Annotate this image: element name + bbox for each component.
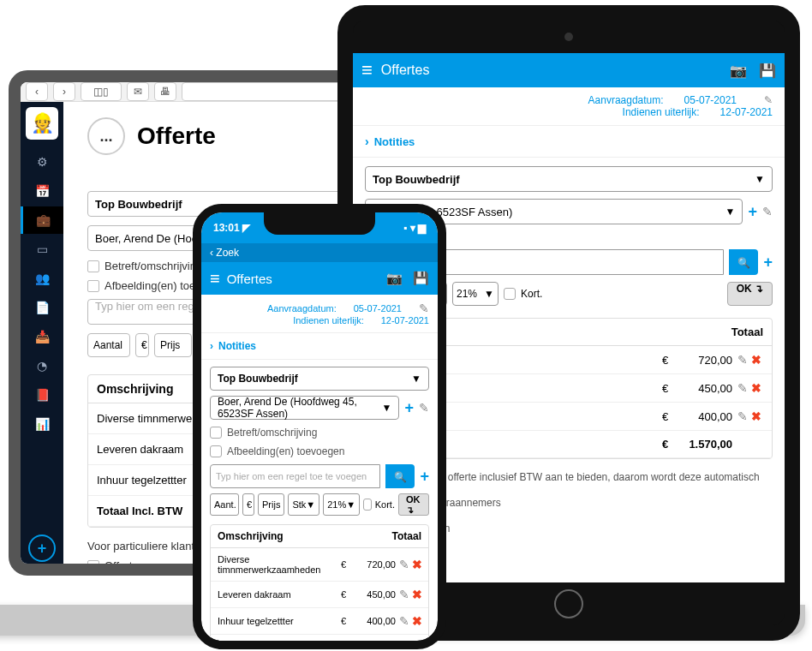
unit-select[interactable]: Stk▼ — [288, 493, 319, 516]
camera-icon[interactable]: 📷 — [730, 63, 747, 79]
table-row[interactable]: Leveren dakraam€450,00✎✖ — [211, 582, 428, 608]
print-icon[interactable]: 🖶 — [154, 82, 176, 101]
checkbox-icon[interactable] — [87, 260, 99, 272]
header-title: Offertes — [381, 63, 718, 78]
phone-device: 13:01 ◤ ▪ ▾ ▆ ‹ Zoek ≡ Offertes 📷 💾 Aanv… — [193, 204, 446, 649]
checkbox-icon[interactable] — [210, 445, 222, 457]
sidebar-nav: 👷 ⚙ 📅 💼 ▭ 👥 📄 📥 ◔ 📕 📊 + » — [21, 102, 63, 576]
more-menu-button[interactable]: ... — [87, 117, 125, 155]
search-button[interactable] — [385, 464, 415, 488]
phone-lines-table: OmschrijvingTotaal Diverse timnmerwerkza… — [210, 524, 429, 641]
add-button[interactable]: + — [28, 535, 56, 562]
discount-label: Kort. — [521, 288, 542, 300]
edit-row-icon[interactable]: ✎ — [737, 381, 748, 395]
delete-row-icon[interactable]: ✖ — [412, 558, 422, 571]
col-desc: Omschrijving — [218, 530, 284, 542]
vat-select[interactable]: 21%▼ — [452, 282, 499, 306]
checkbox-icon[interactable] — [87, 560, 99, 572]
table-row[interactable]: Diverse timnmerwerkzaamheden€720,00✎✖ — [211, 548, 428, 582]
add-line-icon[interactable]: + — [420, 468, 429, 486]
checkbox-icon[interactable] — [87, 280, 99, 292]
calendar-icon[interactable]: 📅 — [21, 177, 63, 205]
edit-row-icon[interactable]: ✎ — [399, 588, 409, 601]
customer-select[interactable]: Boer, Arend De (Hoofdweg 45, 6523SF Asse… — [210, 396, 399, 420]
dashboard-icon[interactable]: ⚙ — [21, 148, 63, 176]
delete-row-icon[interactable]: ✖ — [412, 588, 422, 601]
qty-input[interactable]: Aantal — [87, 333, 130, 357]
add-line-icon[interactable]: + — [763, 254, 773, 272]
collapse-sidebar-icon[interactable]: » — [39, 572, 45, 576]
edit-date-icon[interactable]: ✎ — [419, 302, 429, 315]
clock-icon[interactable]: ◔ — [21, 352, 63, 379]
app-logo[interactable]: 👷 — [26, 107, 58, 140]
save-icon[interactable]: 💾 — [413, 271, 429, 286]
checkbox-icon[interactable] — [210, 427, 222, 439]
phone-meta-dates: Aanvraagdatum:05-07-2021✎ Indienen uiter… — [201, 295, 438, 333]
line-input[interactable]: Typ hier om een regel toe te voegen — [210, 464, 380, 488]
table-total-row: Totaal Incl. BTW€1.570,00 — [211, 635, 428, 641]
inbox-icon[interactable]: 📥 — [21, 323, 63, 350]
add-customer-icon[interactable]: + — [748, 203, 757, 221]
currency-label: € — [242, 493, 254, 516]
qty-input[interactable]: Aant. — [210, 493, 239, 516]
status-time: 13:01 ◤ — [213, 222, 250, 234]
meta-dates: Aanvraagdatum:05-07-2021✎ Indienen uiter… — [353, 87, 785, 126]
nav-fwd-icon[interactable]: › — [53, 82, 75, 101]
company-select[interactable]: Top Bouwbedrijf▼ — [210, 367, 429, 391]
col-total: Totaal — [731, 326, 763, 338]
vat-select[interactable]: 21%▼ — [323, 493, 360, 516]
search-button[interactable] — [729, 249, 758, 275]
card-icon[interactable]: ▭ — [21, 236, 63, 263]
notities-section[interactable]: Notities — [353, 126, 785, 158]
phone-notch — [264, 212, 375, 235]
save-icon[interactable]: 💾 — [759, 63, 776, 79]
ok-button[interactable]: OK ↴ — [398, 493, 429, 516]
price-input[interactable]: Prijs — [154, 333, 192, 357]
header-title: Offertes — [227, 272, 376, 286]
col-total: Totaal — [392, 530, 421, 542]
tablet-camera — [564, 33, 573, 41]
delete-row-icon[interactable]: ✖ — [412, 614, 422, 628]
tablet-home-button[interactable] — [554, 589, 583, 618]
edit-row-icon[interactable]: ✎ — [737, 353, 748, 367]
stats-icon[interactable]: 📊 — [21, 410, 63, 438]
delete-row-icon[interactable]: ✖ — [751, 409, 761, 423]
table-row[interactable]: Inhuur tegelzettter€400,00✎✖ — [211, 608, 428, 635]
hamburger-icon[interactable]: ≡ — [361, 59, 373, 81]
company-select[interactable]: Top Bouwbedrijf▼ — [365, 166, 773, 192]
discount-checkbox[interactable] — [363, 499, 372, 511]
delete-row-icon[interactable]: ✖ — [751, 381, 761, 395]
edit-customer-icon[interactable]: ✎ — [762, 205, 773, 218]
edit-row-icon[interactable]: ✎ — [399, 558, 409, 571]
hamburger-icon[interactable]: ≡ — [210, 269, 220, 289]
discount-label: Kort. — [375, 499, 395, 510]
phone-nav-back[interactable]: ‹ Zoek — [201, 243, 438, 262]
add-customer-icon[interactable]: + — [404, 399, 414, 417]
page-title: Offerte — [137, 122, 216, 150]
delete-row-icon[interactable]: ✖ — [751, 353, 761, 367]
edit-row-icon[interactable]: ✎ — [399, 614, 409, 628]
edit-date-icon[interactable]: ✎ — [764, 94, 773, 106]
nav-back-icon[interactable]: ‹ — [26, 82, 48, 101]
currency-label: € — [135, 333, 149, 357]
subject-checkbox[interactable]: Betreft/omschrijving — [210, 427, 429, 439]
edit-customer-icon[interactable]: ✎ — [419, 401, 429, 415]
book-icon[interactable]: 📕 — [21, 381, 63, 409]
briefcase-icon[interactable]: 💼 — [21, 206, 63, 234]
discount-checkbox[interactable] — [504, 288, 516, 300]
tablet-app-header: ≡ Offertes 📷 💾 — [353, 53, 785, 87]
edit-row-icon[interactable]: ✎ — [737, 409, 748, 423]
tab-overview-icon[interactable]: ◫▯ — [81, 82, 122, 101]
mail-icon[interactable]: ✉ — [127, 82, 149, 101]
search-icon — [394, 469, 407, 484]
file-icon[interactable]: 📄 — [21, 294, 63, 321]
price-input[interactable]: Prijs — [258, 493, 284, 516]
users-icon[interactable]: 👥 — [21, 265, 63, 292]
search-icon — [737, 254, 750, 270]
notities-section[interactable]: Notities — [201, 333, 438, 360]
camera-icon[interactable]: 📷 — [386, 271, 403, 286]
status-signal-icon: ▪ ▾ ▆ — [403, 222, 426, 234]
phone-app-header: ≡ Offertes 📷 💾 — [201, 262, 438, 295]
ok-button[interactable]: OK ↴ — [727, 282, 773, 306]
images-checkbox[interactable]: Afbeelding(en) toevoegen — [210, 445, 429, 457]
